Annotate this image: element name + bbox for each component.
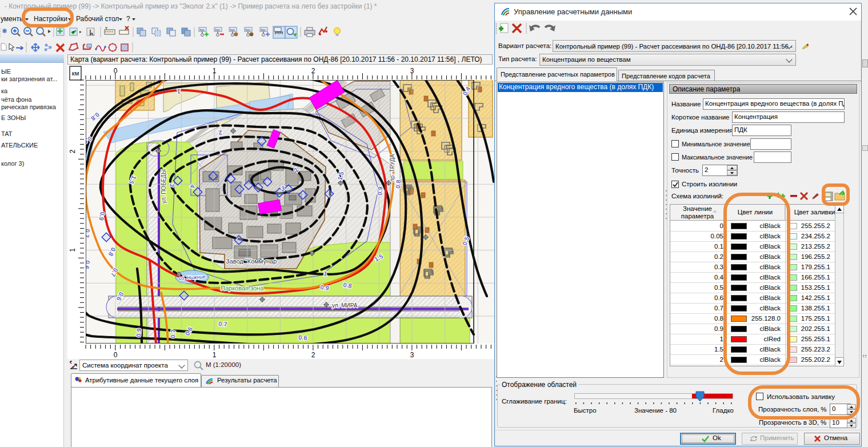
svg-text:2: 2 <box>311 351 315 359</box>
svg-text:3: 3 <box>281 185 285 192</box>
svg-text:0.7: 0.7 <box>83 229 91 238</box>
svg-text:0.9: 0.9 <box>135 328 142 337</box>
svg-text:bxc: bxc <box>246 28 251 31</box>
svg-text:1: 1 <box>69 248 77 252</box>
svg-text:0.6: 0.6 <box>298 334 307 341</box>
svg-text:3: 3 <box>410 351 414 359</box>
svg-text:0.8: 0.8 <box>394 179 402 189</box>
svg-text:0.7: 0.7 <box>169 329 177 338</box>
svg-text:Завод "Коммунар: Завод "Коммунар <box>226 258 277 265</box>
svg-text:пр. ТРУДА: пр. ТРУДА <box>389 154 395 182</box>
svg-text:ул. МИРА: ул. МИРА <box>332 302 358 309</box>
svg-text:1: 1 <box>213 67 217 75</box>
svg-text:2: 2 <box>69 149 77 153</box>
svg-text:2: 2 <box>311 67 315 75</box>
svg-text:0.9: 0.9 <box>320 284 330 292</box>
svg-text:0.8: 0.8 <box>343 281 353 289</box>
svg-text:0.7: 0.7 <box>218 320 227 328</box>
svg-text:1: 1 <box>213 351 217 359</box>
svg-text:0: 0 <box>114 351 118 359</box>
svg-text:bxc: bxc <box>200 28 205 31</box>
svg-text:bxc: bxc <box>230 28 235 31</box>
svg-text:км: км <box>72 70 79 77</box>
svg-text:0.9: 0.9 <box>376 186 383 195</box>
svg-text:1: 1 <box>177 88 181 95</box>
svg-text:Парковая зона: Парковая зона <box>221 285 264 292</box>
svg-text:ул. ПОБЕДЫ: ул. ПОБЕДЫ <box>161 169 167 203</box>
svg-text:3: 3 <box>410 67 414 75</box>
svg-text:0.6: 0.6 <box>83 260 91 270</box>
svg-text:bxc: bxc <box>215 28 221 31</box>
svg-text:bxc: bxc <box>261 28 266 31</box>
svg-text:0: 0 <box>114 67 118 75</box>
